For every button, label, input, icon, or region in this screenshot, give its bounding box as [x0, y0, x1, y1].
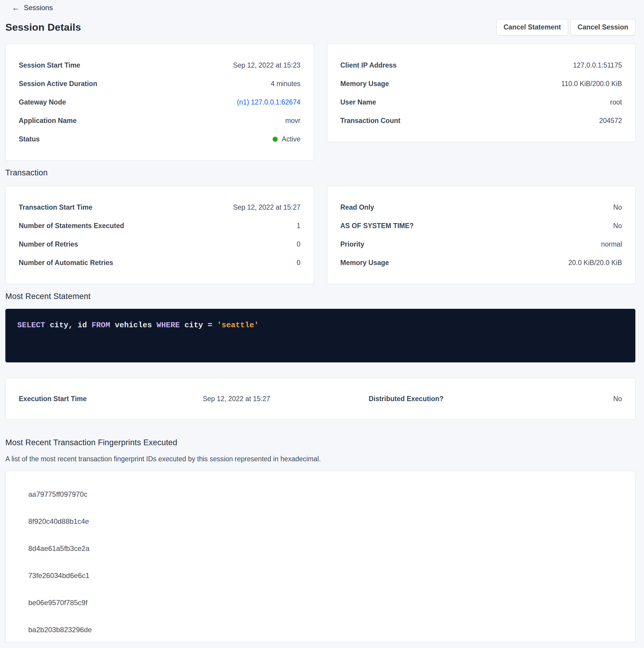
sql-text: city, id [45, 321, 92, 330]
sql-keyword: SELECT [17, 321, 45, 330]
table-row: Memory Usage 20.0 KiB/20.0 KiB [341, 254, 622, 272]
automatic-retries-label: Number of Automatic Retries [19, 259, 113, 267]
fingerprints-section-heading: Most Recent Transaction Fingerprints Exe… [5, 438, 635, 447]
user-name-value: root [610, 98, 622, 106]
transaction-section-heading: Transaction [5, 168, 635, 177]
gateway-node-label: Gateway Node [19, 98, 66, 106]
session-details-page: ← Sessions Session Details Cancel Statem… [0, 0, 644, 642]
breadcrumb[interactable]: ← Sessions [5, 3, 53, 12]
list-item: aa79775ff097970c [6, 481, 635, 508]
session-start-time-label: Session Start Time [19, 61, 80, 69]
status-badge: Active [273, 135, 301, 143]
execution-start-time-value: Sep 12, 2022 at 15:27 [203, 395, 368, 403]
page-header: Session Details Cancel Statement Cancel … [5, 19, 635, 36]
transaction-count-label: Transaction Count [341, 117, 401, 125]
breadcrumb-label: Sessions [24, 4, 53, 12]
sql-text: city = [180, 321, 217, 330]
session-summary-row: Session Start Time Sep 12, 2022 at 15:23… [5, 44, 635, 161]
client-ip-label: Client IP Address [341, 61, 397, 69]
sql-string-literal: 'seattle' [217, 321, 258, 330]
transaction-count-value: 204572 [599, 117, 622, 125]
table-row: AS OF SYSTEM TIME? No [341, 216, 622, 235]
table-row: Transaction Count 204572 [341, 111, 622, 130]
automatic-retries-value: 0 [297, 259, 301, 267]
fingerprints-description: A list of the most recent transaction fi… [5, 455, 635, 463]
session-active-duration-value: 4 minutes [271, 80, 301, 88]
table-row: Number of Automatic Retries 0 [19, 254, 301, 272]
list-item: 73fe26034bd6e6c1 [6, 562, 635, 589]
back-arrow-icon: ← [12, 4, 20, 12]
table-row: Transaction Start Time Sep 12, 2022 at 1… [19, 198, 301, 216]
application-name-label: Application Name [19, 117, 76, 125]
table-row: Memory Usage 110.0 KiB/200.0 KiB [341, 74, 622, 93]
priority-value: normal [601, 240, 622, 248]
sql-text: vehicles [110, 321, 157, 330]
transaction-summary-row: Transaction Start Time Sep 12, 2022 at 1… [5, 186, 635, 284]
session-active-duration-label: Session Active Duration [19, 80, 97, 88]
table-row: Number of Statements Executed 1 [19, 216, 301, 235]
statement-section-heading: Most Recent Statement [5, 292, 635, 301]
cancel-session-button[interactable]: Cancel Session [571, 19, 635, 36]
status-active-dot-icon [273, 137, 278, 142]
list-item: be06e9570f785c9f [6, 589, 635, 616]
transaction-info-card: Transaction Start Time Sep 12, 2022 at 1… [5, 186, 314, 284]
txn-memory-usage-label: Memory Usage [341, 259, 389, 267]
read-only-label: Read Only [341, 203, 374, 211]
client-ip-value: 127.0.0.1:51175 [573, 61, 622, 69]
table-row: Application Name movr [19, 111, 301, 130]
retries-label: Number of Retries [19, 240, 78, 248]
distributed-execution-value: No [537, 395, 622, 403]
statements-executed-value: 1 [297, 222, 301, 230]
table-row: Session Start Time Sep 12, 2022 at 15:23 [19, 56, 301, 74]
transaction-props-card: Read Only No AS OF SYSTEM TIME? No Prior… [327, 186, 636, 284]
table-row: Status Active [19, 130, 301, 148]
transaction-start-time-value: Sep 12, 2022 at 15:27 [233, 203, 300, 211]
session-info-card: Session Start Time Sep 12, 2022 at 15:23… [5, 44, 314, 161]
cancel-statement-button[interactable]: Cancel Statement [496, 19, 568, 36]
table-row: User Name root [341, 93, 622, 111]
execution-info-card: Execution Start Time Sep 12, 2022 at 15:… [5, 378, 635, 420]
statements-executed-label: Number of Statements Executed [19, 222, 124, 230]
transaction-start-time-label: Transaction Start Time [19, 203, 93, 211]
client-info-card: Client IP Address 127.0.0.1:51175 Memory… [327, 44, 636, 142]
as-of-system-time-label: AS OF SYSTEM TIME? [341, 222, 414, 230]
session-start-time-value: Sep 12, 2022 at 15:23 [233, 61, 300, 69]
page-title: Session Details [5, 21, 81, 33]
distributed-execution-label: Distributed Execution? [369, 395, 538, 403]
table-row: Session Active Duration 4 minutes [19, 74, 301, 93]
list-item: 8f920c40d88b1c4e [6, 508, 635, 535]
fingerprints-card: aa79775ff097970c 8f920c40d88b1c4e 8d4ae6… [5, 471, 635, 642]
table-row: Read Only No [341, 198, 622, 216]
list-item: 8d4ae61a5fb3ce2a [6, 535, 635, 562]
application-name-value: movr [285, 117, 300, 125]
sql-keyword: FROM [92, 321, 110, 330]
gateway-node-link[interactable]: (n1) 127.0.0.1:62674 [237, 98, 301, 106]
table-row: Priority normal [341, 235, 622, 254]
list-item: ba2b203b823296de [6, 616, 635, 642]
status-value: Active [282, 135, 301, 143]
retries-value: 0 [297, 240, 301, 248]
table-row: Number of Retries 0 [19, 235, 301, 254]
sql-statement: SELECT city, id FROM vehicles WHERE city… [17, 320, 624, 330]
read-only-value: No [613, 203, 622, 211]
header-actions: Cancel Statement Cancel Session [496, 19, 635, 36]
status-label: Status [19, 135, 40, 143]
as-of-system-time-value: No [613, 222, 622, 230]
sql-statement-box: SELECT city, id FROM vehicles WHERE city… [5, 309, 635, 363]
sql-keyword: WHERE [157, 321, 180, 330]
priority-label: Priority [341, 240, 364, 248]
table-row: Client IP Address 127.0.0.1:51175 [341, 56, 622, 74]
memory-usage-value: 110.0 KiB/200.0 KiB [561, 80, 622, 88]
user-name-label: User Name [341, 98, 376, 106]
txn-memory-usage-value: 20.0 KiB/20.0 KiB [569, 259, 622, 267]
memory-usage-label: Memory Usage [341, 80, 389, 88]
execution-start-time-label: Execution Start Time [19, 395, 203, 403]
table-row: Gateway Node (n1) 127.0.0.1:62674 [19, 93, 301, 111]
